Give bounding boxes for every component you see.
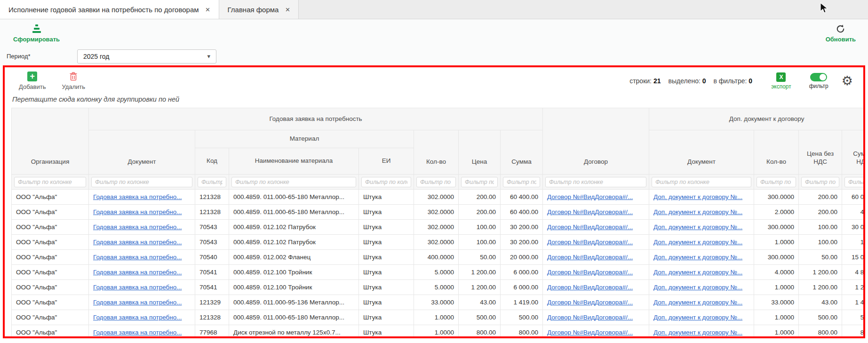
col-header-price[interactable]: Цена — [459, 130, 501, 175]
toggle-switch-icon — [810, 73, 827, 81]
cell-link-contract[interactable]: Договор №#ВидДоговора#/... — [547, 193, 633, 200]
col-header-code[interactable]: Код — [195, 148, 229, 175]
filter-input-price[interactable] — [461, 177, 498, 187]
cell-link-contract[interactable]: Договор №#ВидДоговора#/... — [547, 284, 633, 291]
cell-sum: 6 000.00 — [501, 265, 543, 280]
filter-input-material[interactable] — [231, 177, 356, 187]
filter-input-doc[interactable] — [91, 177, 192, 187]
col-header-sum-vat[interactable]: Сумма НДС — [842, 130, 863, 175]
cell-code: 121328 — [195, 310, 229, 325]
plus-icon: + — [27, 72, 37, 81]
cell-link-doc[interactable]: Годовая заявка на потребно... — [93, 193, 182, 200]
col-header-org[interactable]: Организация — [12, 108, 89, 175]
cell-link-contract[interactable]: Договор №#ВидДоговора#/... — [547, 314, 633, 321]
cell-link-doc2[interactable]: Доп. документ к договору №... — [653, 193, 742, 200]
cell-link-doc2[interactable]: Доп. документ к договору №... — [653, 208, 742, 215]
filtered-count-value: 0 — [749, 77, 752, 85]
cell-link-doc2[interactable]: Доп. документ к договору №... — [653, 269, 742, 276]
period-select[interactable]: 2025 год ▾ — [77, 49, 216, 64]
tab-close-icon[interactable]: × — [206, 6, 210, 14]
cell-sum2: 60 000.00 — [842, 190, 863, 205]
cell-link-doc[interactable]: Годовая заявка на потребно... — [93, 208, 182, 215]
filter-input-unit[interactable] — [361, 177, 411, 187]
col-header-unit[interactable]: ЕИ — [359, 148, 414, 175]
cell-price: 50.00 — [459, 250, 501, 265]
cell-org: ООО "Альфа" — [12, 280, 89, 295]
cell-sum: 60 400.00 — [501, 205, 543, 220]
cell-doc2: Доп. документ к договору №... — [649, 280, 754, 295]
cell-link-contract[interactable]: Договор №#ВидДоговора#/... — [547, 299, 633, 306]
filter-input-price-no-vat[interactable] — [801, 177, 839, 187]
cell-link-doc2[interactable]: Доп. документ к договору №... — [653, 284, 742, 291]
col-header-doc[interactable]: Документ — [89, 130, 195, 175]
filter-input-qty2[interactable] — [757, 177, 796, 187]
filter-input-contract[interactable] — [545, 177, 646, 187]
export-excel-button[interactable]: X экспорт — [771, 72, 791, 90]
cell-link-doc[interactable]: Годовая заявка на потребно... — [93, 314, 182, 321]
refresh-button[interactable]: Обновить — [826, 24, 856, 43]
cell-link-contract[interactable]: Договор №#ВидДоговора#/... — [547, 329, 633, 336]
col-header-doc2[interactable]: Документ — [649, 130, 754, 175]
cell-link-contract[interactable]: Договор №#ВидДоговора#/... — [547, 208, 633, 215]
trash-icon — [69, 72, 78, 81]
cell-link-doc[interactable]: Годовая заявка на потребно... — [93, 299, 182, 306]
filter-input-qty[interactable] — [416, 177, 456, 187]
tab-annual-request[interactable]: Исполнение годовой заявки на потребность… — [0, 0, 219, 19]
filter-input-doc2[interactable] — [652, 177, 751, 187]
cell-link-doc2[interactable]: Доп. документ к договору №... — [653, 239, 742, 246]
cell-link-contract[interactable]: Договор №#ВидДоговора#/... — [547, 254, 633, 261]
filter-input-code[interactable] — [198, 177, 226, 187]
cell-link-doc2[interactable]: Доп. документ к договору №... — [653, 299, 742, 306]
cell-code: 121328 — [195, 205, 229, 220]
add-row-button[interactable]: + Добавить — [19, 72, 46, 90]
cell-link-doc2[interactable]: Доп. документ к договору №... — [653, 329, 742, 336]
filter-input-org[interactable] — [14, 177, 86, 187]
cell-link-doc2[interactable]: Доп. документ к договору №... — [653, 223, 742, 231]
cell-org: ООО "Альфа" — [12, 235, 89, 250]
cell-material: 000.4859. 011.000-95-136 Металлор... — [229, 295, 359, 310]
col-header-material-name[interactable]: Наименование материала — [229, 148, 359, 175]
cell-link-doc[interactable]: Годовая заявка на потребно... — [93, 239, 182, 246]
col-header-price-no-vat[interactable]: Цена без НДС — [799, 130, 842, 175]
filter-input-sum-vat[interactable] — [844, 177, 863, 187]
cell-qty: 302.0000 — [414, 190, 459, 205]
cell-sum2: 1 200.00 — [842, 280, 863, 295]
tab-main-form[interactable]: Главная форма × — [219, 0, 299, 19]
col-header-sum[interactable]: Сумма — [501, 130, 543, 175]
col-header-qty2[interactable]: Кол-во — [754, 130, 799, 175]
cell-material: 000.4859. 012.102 Патрубок — [229, 235, 359, 250]
filter-input-sum[interactable] — [503, 177, 540, 187]
cell-code: 121329 — [195, 295, 229, 310]
cell-link-contract[interactable]: Договор №#ВидДоговора#/... — [547, 269, 633, 276]
cell-link-doc[interactable]: Годовая заявка на потребно... — [93, 254, 182, 261]
cell-sum2: 100.00 — [842, 235, 863, 250]
cell-link-contract[interactable]: Договор №#ВидДоговора#/... — [547, 223, 633, 231]
cell-org: ООО "Альфа" — [12, 310, 89, 325]
cell-link-doc2[interactable]: Доп. документ к договору №... — [653, 254, 742, 261]
generate-stack-icon — [31, 24, 42, 34]
table-row: ООО "Альфа"Годовая заявка на потребно...… — [12, 205, 864, 220]
generate-button[interactable]: Сформировать — [13, 24, 60, 43]
cell-link-contract[interactable]: Договор №#ВидДоговора#/... — [547, 239, 633, 246]
cell-contract: Договор №#ВидДоговора#/... — [543, 235, 649, 250]
filter-toggle[interactable]: фильтр — [809, 73, 828, 89]
gear-icon[interactable]: ⚙ — [842, 73, 853, 88]
cell-unit: Штука — [359, 250, 414, 265]
tab-close-icon[interactable]: × — [285, 6, 290, 14]
cell-unit: Штука — [359, 325, 414, 339]
cell-qty: 400.0000 — [414, 250, 459, 265]
cell-unit: Штука — [359, 295, 414, 310]
col-header-qty[interactable]: Кол-во — [414, 130, 459, 175]
col-header-contract[interactable]: Договор — [543, 108, 649, 175]
cell-link-doc[interactable]: Годовая заявка на потребно... — [93, 284, 182, 291]
cell-link-doc[interactable]: Годовая заявка на потребно... — [93, 223, 182, 231]
cell-price2: 50.00 — [799, 250, 842, 265]
cell-link-doc[interactable]: Годовая заявка на потребно... — [93, 269, 182, 276]
cell-link-doc2[interactable]: Доп. документ к договору №... — [653, 314, 742, 321]
cell-doc: Годовая заявка на потребно... — [89, 265, 195, 280]
delete-row-button[interactable]: Удалить — [62, 72, 85, 90]
cell-unit: Штука — [359, 235, 414, 250]
cell-link-doc[interactable]: Годовая заявка на потребно... — [93, 329, 182, 336]
cell-contract: Договор №#ВидДоговора#/... — [543, 250, 649, 265]
table-body: ООО "Альфа"Годовая заявка на потребно...… — [12, 190, 864, 339]
